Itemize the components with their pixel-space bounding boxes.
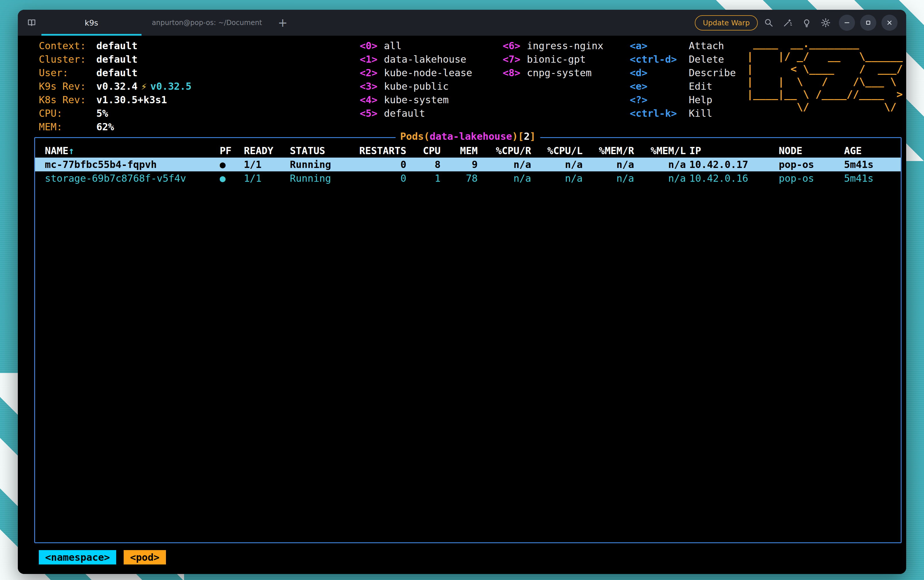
column-header-ready: READY bbox=[244, 144, 290, 158]
tab-k9s[interactable]: k9s bbox=[40, 10, 143, 36]
cpu-value: 5% bbox=[96, 107, 108, 119]
table-cell: 8 bbox=[406, 158, 441, 171]
terminal-content: Context:default Cluster:default User:def… bbox=[18, 36, 906, 574]
panel-title-bracket: ] bbox=[530, 130, 535, 142]
command-key: <ctrl-k> bbox=[630, 107, 689, 120]
command-hotkey: <a>Attach bbox=[630, 39, 736, 53]
command-key: <ctrl-d> bbox=[630, 53, 689, 66]
table-cell: n/a bbox=[478, 171, 531, 185]
table-cell: n/a bbox=[583, 158, 634, 171]
maximize-button[interactable] bbox=[860, 15, 876, 31]
search-icon bbox=[764, 18, 774, 28]
command-hotkey: <ctrl-d>Delete bbox=[630, 53, 736, 66]
new-tab-button[interactable]: + bbox=[273, 10, 293, 36]
context-label: Context: bbox=[39, 39, 96, 53]
table-cell: n/a bbox=[583, 171, 634, 185]
command-key: <a> bbox=[630, 39, 689, 53]
table-cell: 9 bbox=[441, 158, 478, 171]
table-cell: n/a bbox=[531, 171, 583, 185]
table-cell: 10.42.0.17 bbox=[686, 158, 775, 171]
pods-table: NAME↑ PF READY STATUS RESTARTS CPU MEM %… bbox=[35, 144, 901, 185]
column-header-cpu: CPU bbox=[406, 144, 441, 158]
column-header-cpu-l: %CPU/L bbox=[531, 144, 583, 158]
table-cell: ● bbox=[220, 158, 244, 171]
table-cell: 1/1 bbox=[244, 158, 290, 171]
info-line-cpu: CPU:5% bbox=[39, 107, 191, 120]
namespace-key: <6> bbox=[503, 39, 527, 53]
table-row[interactable]: storage-69b7c8768f-v5f4v ● 1/1 Running 0… bbox=[35, 171, 901, 185]
wand-icon bbox=[783, 18, 792, 28]
search-button[interactable] bbox=[761, 15, 777, 31]
sidebar-toggle-button[interactable] bbox=[23, 15, 40, 31]
mem-label: MEM: bbox=[39, 120, 96, 134]
minimize-icon bbox=[843, 19, 851, 27]
breadcrumb-namespace: <namespace> bbox=[39, 550, 116, 565]
table-cell: n/a bbox=[478, 158, 531, 171]
update-warp-button[interactable]: Update Warp bbox=[695, 15, 758, 30]
command-hotkey: <e>Edit bbox=[630, 80, 736, 93]
namespace-label: ingress-nginx bbox=[527, 40, 603, 51]
maximize-icon bbox=[864, 19, 872, 27]
settings-button[interactable] bbox=[818, 15, 834, 31]
close-button[interactable] bbox=[881, 15, 898, 31]
info-line-cluster: Cluster:default bbox=[39, 53, 191, 66]
table-cell: n/a bbox=[634, 171, 686, 185]
namespace-label: kube-public bbox=[384, 81, 449, 92]
lightbulb-icon bbox=[802, 18, 812, 28]
k9s-rev-value: v0.32.4 bbox=[96, 81, 137, 92]
cpu-label: CPU: bbox=[39, 107, 96, 120]
table-cell: 0 bbox=[359, 171, 406, 185]
column-header-ip: IP bbox=[686, 144, 775, 158]
desktop: k9s anpurton@pop-os: ~/Document + Update… bbox=[0, 0, 924, 580]
command-hotkey: <?>Help bbox=[630, 93, 736, 107]
pods-panel: Pods(data-lakehouse)[2] NAME↑ PF READY bbox=[34, 137, 902, 543]
tab-title: k9s bbox=[85, 18, 98, 27]
tab-shell[interactable]: anpurton@pop-os: ~/Document bbox=[143, 10, 273, 36]
panel-title-bracket: )[ bbox=[512, 130, 524, 142]
table-cell: mc-77bfbc55b4-fqpvh bbox=[35, 158, 220, 171]
namespace-hotkey: <2>kube-node-lease bbox=[360, 66, 472, 80]
info-line-k9s-rev: K9s Rev:v0.32.4⚡v0.32.5 bbox=[39, 80, 191, 93]
info-line-k8s-rev: K8s Rev:v1.30.5+k3s1 bbox=[39, 93, 191, 107]
table-cell: 0 bbox=[359, 158, 406, 171]
namespace-label: kube-node-lease bbox=[384, 67, 472, 79]
table-cell: 10.42.0.16 bbox=[686, 171, 775, 185]
namespace-hotkey: <0>all bbox=[360, 39, 472, 53]
namespace-key: <0> bbox=[360, 39, 384, 53]
namespace-key: <4> bbox=[360, 93, 384, 107]
column-header-mem: MEM bbox=[441, 144, 478, 158]
namespace-label: bionic-gpt bbox=[527, 53, 586, 65]
column-header-label: NAME bbox=[45, 145, 68, 157]
table-cell: 5m41s bbox=[841, 171, 901, 185]
namespace-key: <5> bbox=[360, 107, 384, 120]
lightning-icon: ⚡ bbox=[141, 81, 147, 92]
column-header-restarts: RESTARTS bbox=[359, 144, 406, 158]
hint-button[interactable] bbox=[799, 15, 815, 31]
terminal-window: k9s anpurton@pop-os: ~/Document + Update… bbox=[18, 10, 906, 574]
table-cell: ● bbox=[220, 171, 244, 185]
context-value: default bbox=[96, 40, 137, 51]
table-cell: Running bbox=[290, 158, 359, 171]
minimize-button[interactable] bbox=[839, 15, 855, 31]
breadcrumb-pod: <pod> bbox=[124, 550, 166, 565]
namespace-hotkey: <3>kube-public bbox=[360, 80, 472, 93]
column-header-mem-r: %MEM/R bbox=[583, 144, 634, 158]
command-hotkey: <ctrl-k>Kill bbox=[630, 107, 736, 120]
k8s-rev-value: v1.30.5+k3s1 bbox=[96, 94, 167, 105]
pods-panel-title: Pods(data-lakehouse)[2] bbox=[396, 130, 540, 142]
table-cell: n/a bbox=[531, 158, 583, 171]
wand-button[interactable] bbox=[780, 15, 796, 31]
command-key: <d> bbox=[630, 66, 689, 80]
namespace-label: data-lakehouse bbox=[384, 53, 466, 65]
column-header-mem-l: %MEM/L bbox=[634, 144, 686, 158]
table-cell: 1 bbox=[406, 171, 441, 185]
table-row-selected[interactable]: mc-77bfbc55b4-fqpvh ● 1/1 Running 0 8 9 … bbox=[35, 158, 901, 171]
namespace-hotkey: <5>default bbox=[360, 107, 472, 120]
namespace-label: cnpg-system bbox=[527, 67, 591, 79]
cluster-value: default bbox=[96, 53, 137, 65]
table-cell: 1/1 bbox=[244, 171, 290, 185]
user-value: default bbox=[96, 67, 137, 79]
cluster-info: Context:default Cluster:default User:def… bbox=[39, 39, 191, 134]
table-cell: pop-os bbox=[775, 171, 841, 185]
k8s-rev-label: K8s Rev: bbox=[39, 93, 96, 107]
